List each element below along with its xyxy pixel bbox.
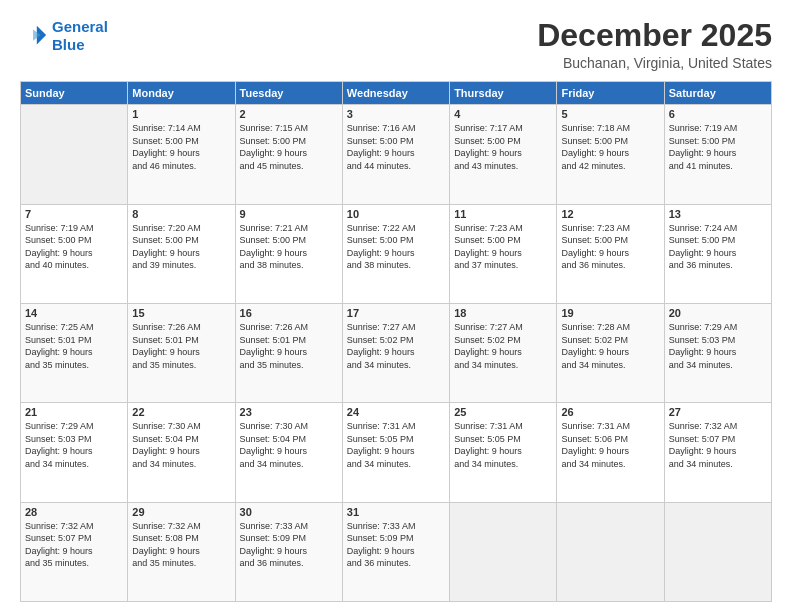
day-info: Sunrise: 7:28 AM Sunset: 5:02 PM Dayligh… [561, 321, 659, 371]
day-number: 3 [347, 108, 445, 120]
day-info: Sunrise: 7:31 AM Sunset: 5:06 PM Dayligh… [561, 420, 659, 470]
day-number: 21 [25, 406, 123, 418]
calendar-week-row: 7Sunrise: 7:19 AM Sunset: 5:00 PM Daylig… [21, 204, 772, 303]
day-info: Sunrise: 7:33 AM Sunset: 5:09 PM Dayligh… [240, 520, 338, 570]
calendar-day-cell: 21Sunrise: 7:29 AM Sunset: 5:03 PM Dayli… [21, 403, 128, 502]
day-info: Sunrise: 7:32 AM Sunset: 5:07 PM Dayligh… [25, 520, 123, 570]
page: General Blue December 2025 Buchanan, Vir… [0, 0, 792, 612]
calendar-header-row: SundayMondayTuesdayWednesdayThursdayFrid… [21, 82, 772, 105]
main-title: December 2025 [537, 18, 772, 53]
calendar-week-row: 21Sunrise: 7:29 AM Sunset: 5:03 PM Dayli… [21, 403, 772, 502]
calendar-week-row: 28Sunrise: 7:32 AM Sunset: 5:07 PM Dayli… [21, 502, 772, 601]
day-number: 12 [561, 208, 659, 220]
day-number: 1 [132, 108, 230, 120]
day-number: 29 [132, 506, 230, 518]
day-number: 27 [669, 406, 767, 418]
day-number: 16 [240, 307, 338, 319]
logo-text: General Blue [52, 18, 108, 54]
calendar-day-cell: 27Sunrise: 7:32 AM Sunset: 5:07 PM Dayli… [664, 403, 771, 502]
calendar-day-cell: 8Sunrise: 7:20 AM Sunset: 5:00 PM Daylig… [128, 204, 235, 303]
calendar-day-cell: 15Sunrise: 7:26 AM Sunset: 5:01 PM Dayli… [128, 303, 235, 402]
day-info: Sunrise: 7:22 AM Sunset: 5:00 PM Dayligh… [347, 222, 445, 272]
day-info: Sunrise: 7:27 AM Sunset: 5:02 PM Dayligh… [347, 321, 445, 371]
weekday-header-saturday: Saturday [664, 82, 771, 105]
day-info: Sunrise: 7:30 AM Sunset: 5:04 PM Dayligh… [132, 420, 230, 470]
calendar-day-cell: 31Sunrise: 7:33 AM Sunset: 5:09 PM Dayli… [342, 502, 449, 601]
day-number: 20 [669, 307, 767, 319]
day-info: Sunrise: 7:24 AM Sunset: 5:00 PM Dayligh… [669, 222, 767, 272]
day-number: 18 [454, 307, 552, 319]
day-number: 10 [347, 208, 445, 220]
day-number: 4 [454, 108, 552, 120]
calendar-day-cell: 23Sunrise: 7:30 AM Sunset: 5:04 PM Dayli… [235, 403, 342, 502]
calendar-day-cell: 6Sunrise: 7:19 AM Sunset: 5:00 PM Daylig… [664, 105, 771, 204]
weekday-header-monday: Monday [128, 82, 235, 105]
day-number: 13 [669, 208, 767, 220]
calendar-day-cell: 9Sunrise: 7:21 AM Sunset: 5:00 PM Daylig… [235, 204, 342, 303]
day-info: Sunrise: 7:19 AM Sunset: 5:00 PM Dayligh… [25, 222, 123, 272]
subtitle: Buchanan, Virginia, United States [537, 55, 772, 71]
calendar-day-cell: 3Sunrise: 7:16 AM Sunset: 5:00 PM Daylig… [342, 105, 449, 204]
calendar-day-cell: 10Sunrise: 7:22 AM Sunset: 5:00 PM Dayli… [342, 204, 449, 303]
day-info: Sunrise: 7:23 AM Sunset: 5:00 PM Dayligh… [561, 222, 659, 272]
day-info: Sunrise: 7:26 AM Sunset: 5:01 PM Dayligh… [240, 321, 338, 371]
calendar-day-cell: 17Sunrise: 7:27 AM Sunset: 5:02 PM Dayli… [342, 303, 449, 402]
calendar-day-cell: 2Sunrise: 7:15 AM Sunset: 5:00 PM Daylig… [235, 105, 342, 204]
calendar-day-cell: 26Sunrise: 7:31 AM Sunset: 5:06 PM Dayli… [557, 403, 664, 502]
calendar-day-cell: 11Sunrise: 7:23 AM Sunset: 5:00 PM Dayli… [450, 204, 557, 303]
day-info: Sunrise: 7:15 AM Sunset: 5:00 PM Dayligh… [240, 122, 338, 172]
calendar-day-cell: 16Sunrise: 7:26 AM Sunset: 5:01 PM Dayli… [235, 303, 342, 402]
calendar-day-cell: 30Sunrise: 7:33 AM Sunset: 5:09 PM Dayli… [235, 502, 342, 601]
logo: General Blue [20, 18, 108, 54]
day-number: 6 [669, 108, 767, 120]
calendar-day-cell: 7Sunrise: 7:19 AM Sunset: 5:00 PM Daylig… [21, 204, 128, 303]
weekday-header-tuesday: Tuesday [235, 82, 342, 105]
calendar-day-cell: 18Sunrise: 7:27 AM Sunset: 5:02 PM Dayli… [450, 303, 557, 402]
day-info: Sunrise: 7:14 AM Sunset: 5:00 PM Dayligh… [132, 122, 230, 172]
calendar-day-cell: 22Sunrise: 7:30 AM Sunset: 5:04 PM Dayli… [128, 403, 235, 502]
day-info: Sunrise: 7:26 AM Sunset: 5:01 PM Dayligh… [132, 321, 230, 371]
day-number: 9 [240, 208, 338, 220]
day-info: Sunrise: 7:20 AM Sunset: 5:00 PM Dayligh… [132, 222, 230, 272]
day-info: Sunrise: 7:33 AM Sunset: 5:09 PM Dayligh… [347, 520, 445, 570]
day-info: Sunrise: 7:32 AM Sunset: 5:08 PM Dayligh… [132, 520, 230, 570]
day-info: Sunrise: 7:30 AM Sunset: 5:04 PM Dayligh… [240, 420, 338, 470]
day-info: Sunrise: 7:23 AM Sunset: 5:00 PM Dayligh… [454, 222, 552, 272]
day-info: Sunrise: 7:32 AM Sunset: 5:07 PM Dayligh… [669, 420, 767, 470]
day-number: 8 [132, 208, 230, 220]
calendar-day-cell: 19Sunrise: 7:28 AM Sunset: 5:02 PM Dayli… [557, 303, 664, 402]
day-info: Sunrise: 7:16 AM Sunset: 5:00 PM Dayligh… [347, 122, 445, 172]
day-info: Sunrise: 7:19 AM Sunset: 5:00 PM Dayligh… [669, 122, 767, 172]
calendar-day-cell: 12Sunrise: 7:23 AM Sunset: 5:00 PM Dayli… [557, 204, 664, 303]
day-number: 25 [454, 406, 552, 418]
day-number: 30 [240, 506, 338, 518]
calendar-week-row: 1Sunrise: 7:14 AM Sunset: 5:00 PM Daylig… [21, 105, 772, 204]
calendar-day-cell: 5Sunrise: 7:18 AM Sunset: 5:00 PM Daylig… [557, 105, 664, 204]
calendar-day-cell: 20Sunrise: 7:29 AM Sunset: 5:03 PM Dayli… [664, 303, 771, 402]
day-number: 19 [561, 307, 659, 319]
weekday-header-thursday: Thursday [450, 82, 557, 105]
day-info: Sunrise: 7:17 AM Sunset: 5:00 PM Dayligh… [454, 122, 552, 172]
calendar-day-cell [664, 502, 771, 601]
day-number: 14 [25, 307, 123, 319]
calendar-day-cell: 13Sunrise: 7:24 AM Sunset: 5:00 PM Dayli… [664, 204, 771, 303]
day-number: 7 [25, 208, 123, 220]
weekday-header-friday: Friday [557, 82, 664, 105]
day-info: Sunrise: 7:27 AM Sunset: 5:02 PM Dayligh… [454, 321, 552, 371]
calendar-day-cell: 28Sunrise: 7:32 AM Sunset: 5:07 PM Dayli… [21, 502, 128, 601]
day-number: 11 [454, 208, 552, 220]
title-block: December 2025 Buchanan, Virginia, United… [537, 18, 772, 71]
day-info: Sunrise: 7:31 AM Sunset: 5:05 PM Dayligh… [347, 420, 445, 470]
weekday-header-wednesday: Wednesday [342, 82, 449, 105]
calendar-day-cell [557, 502, 664, 601]
calendar-day-cell [21, 105, 128, 204]
day-number: 15 [132, 307, 230, 319]
day-info: Sunrise: 7:18 AM Sunset: 5:00 PM Dayligh… [561, 122, 659, 172]
day-number: 5 [561, 108, 659, 120]
day-info: Sunrise: 7:21 AM Sunset: 5:00 PM Dayligh… [240, 222, 338, 272]
day-number: 17 [347, 307, 445, 319]
day-number: 26 [561, 406, 659, 418]
calendar-day-cell: 24Sunrise: 7:31 AM Sunset: 5:05 PM Dayli… [342, 403, 449, 502]
calendar-table: SundayMondayTuesdayWednesdayThursdayFrid… [20, 81, 772, 602]
day-info: Sunrise: 7:29 AM Sunset: 5:03 PM Dayligh… [25, 420, 123, 470]
